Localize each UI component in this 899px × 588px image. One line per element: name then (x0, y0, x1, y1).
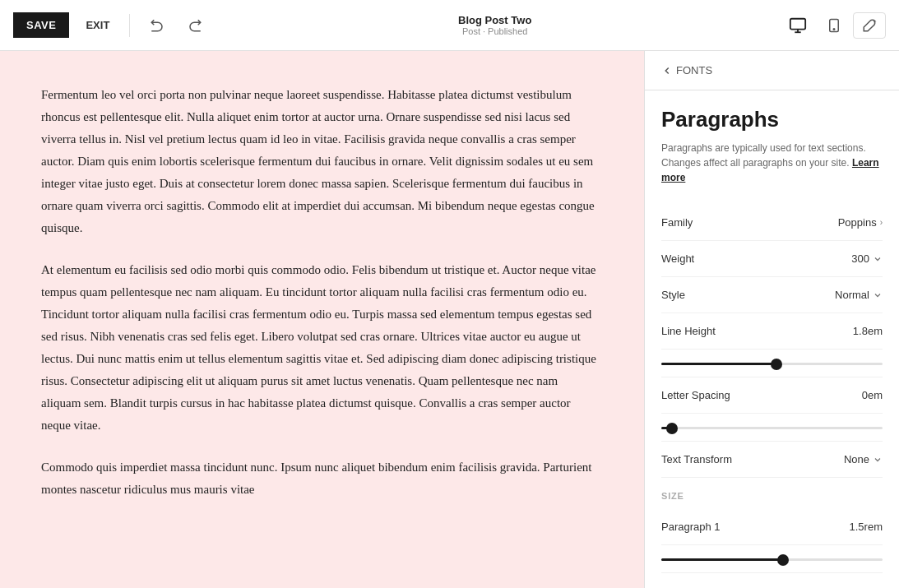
line-height-slider-row (661, 350, 883, 377)
exit-button[interactable]: EXIT (79, 14, 116, 36)
panel-content: Paragraphs Paragraphs are typically used… (645, 90, 899, 588)
paragraph1-row: Paragraph 1 1.5rem (661, 509, 883, 545)
paragraph-3: Commodo quis imperdiet massa tincidunt n… (41, 456, 600, 501)
letter-spacing-slider-thumb[interactable] (666, 423, 678, 434)
panel-title: Paragraphs (661, 107, 883, 132)
panel-header: FONTS (645, 51, 899, 90)
paragraph1-slider-thumb[interactable] (777, 554, 789, 566)
line-height-slider-track[interactable] (661, 363, 883, 365)
paint-icon (862, 18, 877, 33)
line-height-slider-thumb[interactable] (771, 359, 782, 370)
style-label: Style (661, 289, 685, 301)
size-section-label: SIZE (661, 491, 883, 501)
letter-spacing-label: Letter Spacing (661, 389, 730, 401)
paragraph1-value: 1.5rem (850, 521, 883, 533)
weight-value-button[interactable]: 300 (851, 252, 883, 265)
paragraph1-slider-row (661, 545, 883, 573)
fonts-panel-button[interactable] (853, 12, 886, 39)
undo-icon (150, 18, 165, 33)
save-button[interactable]: SAVE (13, 12, 69, 38)
content-text: Fermentum leo vel orci porta non pulvina… (41, 84, 600, 501)
weight-label: Weight (661, 252, 694, 265)
letter-spacing-slider-track[interactable] (661, 427, 883, 429)
line-height-value: 1.8em (853, 325, 883, 337)
desktop-view-button[interactable] (781, 12, 815, 39)
toolbar-divider (129, 14, 130, 37)
size-section: SIZE Paragraph 1 1.5rem (661, 478, 883, 573)
toolbar-right (781, 12, 886, 39)
style-chevron-icon (873, 290, 883, 300)
svg-rect-0 (790, 18, 805, 29)
paragraph1-slider-track[interactable] (661, 558, 883, 561)
style-row: Style Normal (661, 277, 883, 313)
text-transform-label: Text Transform (661, 453, 732, 465)
text-transform-value-button[interactable]: None (844, 453, 883, 465)
mobile-view-button[interactable] (818, 12, 850, 39)
toolbar-center: Blog Post Two Post · Published (219, 14, 771, 36)
post-subtitle: Post · Published (462, 26, 528, 36)
paragraph1-label: Paragraph 1 (661, 521, 721, 533)
weight-row: Weight 300 (661, 241, 883, 277)
line-height-label: Line Height (661, 325, 716, 337)
undo-button[interactable] (143, 13, 171, 38)
mobile-icon (827, 16, 841, 35)
paragraph1-slider-fill (661, 558, 783, 561)
post-title: Blog Post Two (458, 14, 531, 26)
content-area[interactable]: Fermentum leo vel orci porta non pulvina… (0, 51, 644, 588)
redo-button[interactable] (181, 13, 209, 38)
right-panel: FONTS Paragraphs Paragraphs are typicall… (644, 51, 899, 588)
family-label: Family (661, 216, 693, 229)
paragraph-2: At elementum eu facilisis sed odio morbi… (41, 259, 600, 437)
desktop-icon (789, 16, 807, 35)
family-chevron-icon: › (880, 218, 883, 227)
weight-chevron-icon (873, 254, 883, 264)
redo-icon (188, 18, 202, 33)
text-transform-chevron-icon (873, 455, 883, 465)
toolbar: SAVE EXIT Blog Post Two Post · Published (0, 0, 899, 51)
family-row: Family Poppins › (661, 205, 883, 241)
style-value-button[interactable]: Normal (835, 289, 883, 301)
letter-spacing-slider-row (661, 414, 883, 442)
svg-point-4 (833, 28, 835, 30)
letter-spacing-row: Letter Spacing 0em (661, 377, 883, 414)
chevron-left-icon (661, 65, 673, 76)
panel-description: Paragraphs are typically used for text s… (661, 141, 883, 185)
back-to-fonts-button[interactable]: FONTS (661, 64, 712, 76)
family-value-button[interactable]: Poppins › (838, 216, 883, 229)
line-height-row: Line Height 1.8em (661, 313, 883, 350)
line-height-slider-fill (661, 363, 776, 365)
text-transform-row: Text Transform None (661, 442, 883, 478)
paragraph-1: Fermentum leo vel orci porta non pulvina… (41, 84, 600, 239)
main-area: Fermentum leo vel orci porta non pulvina… (0, 51, 899, 588)
letter-spacing-value: 0em (862, 389, 883, 401)
